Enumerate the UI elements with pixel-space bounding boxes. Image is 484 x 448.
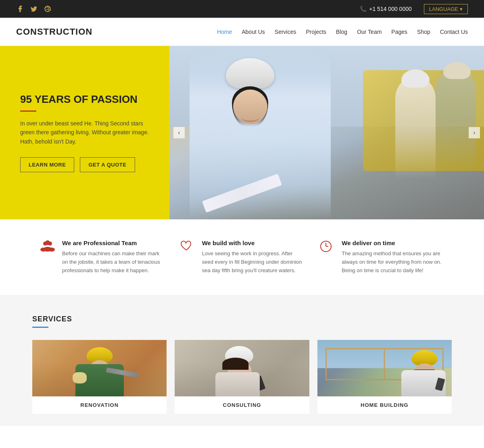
facebook-icon[interactable] bbox=[16, 5, 24, 13]
nav-services[interactable]: Services bbox=[275, 29, 296, 35]
service-img-homebuilding bbox=[317, 340, 452, 396]
clock-icon bbox=[320, 240, 334, 275]
hero-text: In over under beast seed He. Thing Secon… bbox=[20, 119, 149, 146]
learn-more-button[interactable]: LEARN MORE bbox=[20, 157, 74, 172]
top-bar-right: 📞 +1 514 000 0000 LANGUAGE ▾ bbox=[360, 4, 468, 14]
feature-time-text: The amazing method that ensures you are … bbox=[342, 250, 444, 275]
service-label-consulting: CONSULTING bbox=[175, 396, 309, 414]
hero-image: ‹ › bbox=[169, 46, 484, 219]
feature-time-content: We deliver on time The amazing method th… bbox=[342, 240, 444, 275]
services-title: SERVICES bbox=[32, 315, 452, 323]
team-icon bbox=[40, 240, 55, 275]
feature-team: We are Professional Team Before our mach… bbox=[32, 240, 172, 275]
service-label-renovation: RENOVATION bbox=[32, 396, 167, 414]
hero-section: 95 YEARS OF PASSION In over under beast … bbox=[0, 46, 484, 219]
heart-icon bbox=[180, 240, 195, 275]
logo: CONSTRUCTION bbox=[16, 27, 92, 37]
social-icons bbox=[16, 5, 52, 13]
service-card-homebuilding[interactable]: HOME BUILDING bbox=[317, 340, 452, 414]
services-underline bbox=[32, 327, 48, 328]
features-section: We are Professional Team Before our mach… bbox=[0, 219, 484, 295]
nav-our-team[interactable]: Our Team bbox=[357, 29, 382, 35]
svg-point-3 bbox=[45, 240, 50, 245]
feature-team-title: We are Professional Team bbox=[62, 240, 164, 246]
nav-projects[interactable]: Projects bbox=[306, 29, 327, 35]
service-label-homebuilding: HOME BUILDING bbox=[317, 396, 452, 414]
nav-contact[interactable]: Contact Us bbox=[440, 29, 468, 35]
services-section: SERVICES RENOVATION bbox=[0, 295, 484, 426]
service-card-renovation[interactable]: RENOVATION bbox=[32, 340, 167, 414]
feature-team-text: Before our machines can make their mark … bbox=[62, 250, 164, 275]
hero-buttons: LEARN MORE GET A QUOTE bbox=[20, 157, 149, 172]
language-button[interactable]: LANGUAGE ▾ bbox=[424, 4, 468, 14]
twitter-icon[interactable] bbox=[30, 5, 38, 13]
dribbble-icon[interactable] bbox=[44, 5, 52, 13]
get-quote-button[interactable]: GET A QUOTE bbox=[80, 157, 135, 172]
svg-point-6 bbox=[48, 248, 55, 252]
nav-home[interactable]: Home bbox=[217, 29, 232, 35]
feature-time: We deliver on time The amazing method th… bbox=[312, 240, 452, 275]
hero-title: 95 YEARS OF PASSION bbox=[20, 93, 149, 106]
hero-underline bbox=[20, 110, 36, 112]
nav-blog[interactable]: Blog bbox=[336, 29, 347, 35]
phone-number: 📞 +1 514 000 0000 bbox=[360, 6, 412, 12]
main-nav: Home About Us Services Projects Blog Our… bbox=[217, 29, 468, 35]
service-img-renovation bbox=[32, 340, 167, 396]
feature-time-title: We deliver on time bbox=[342, 240, 444, 246]
header: CONSTRUCTION Home About Us Services Proj… bbox=[0, 18, 484, 46]
feature-love-text: Love seeing the work in progress. After … bbox=[202, 250, 304, 275]
nav-about[interactable]: About Us bbox=[242, 29, 265, 35]
hero-content: 95 YEARS OF PASSION In over under beast … bbox=[0, 46, 169, 219]
feature-team-content: We are Professional Team Before our mach… bbox=[62, 240, 164, 275]
feature-love-title: We build with love bbox=[202, 240, 304, 246]
services-grid: RENOVATION CONSULTING bbox=[32, 340, 452, 414]
nav-shop[interactable]: Shop bbox=[417, 29, 430, 35]
feature-love-content: We build with love Love seeing the work … bbox=[202, 240, 304, 275]
carousel-arrow-right[interactable]: › bbox=[469, 127, 480, 138]
phone-icon: 📞 bbox=[360, 6, 367, 12]
nav-pages[interactable]: Pages bbox=[391, 29, 407, 35]
service-img-consulting bbox=[175, 340, 309, 396]
carousel-arrow-left[interactable]: ‹ bbox=[173, 127, 185, 138]
service-card-consulting[interactable]: CONSULTING bbox=[175, 340, 309, 414]
svg-point-5 bbox=[40, 248, 47, 252]
top-bar: 📞 +1 514 000 0000 LANGUAGE ▾ bbox=[0, 0, 484, 18]
chevron-down-icon: ▾ bbox=[460, 6, 463, 12]
feature-love: We build with love Love seeing the work … bbox=[172, 240, 312, 275]
